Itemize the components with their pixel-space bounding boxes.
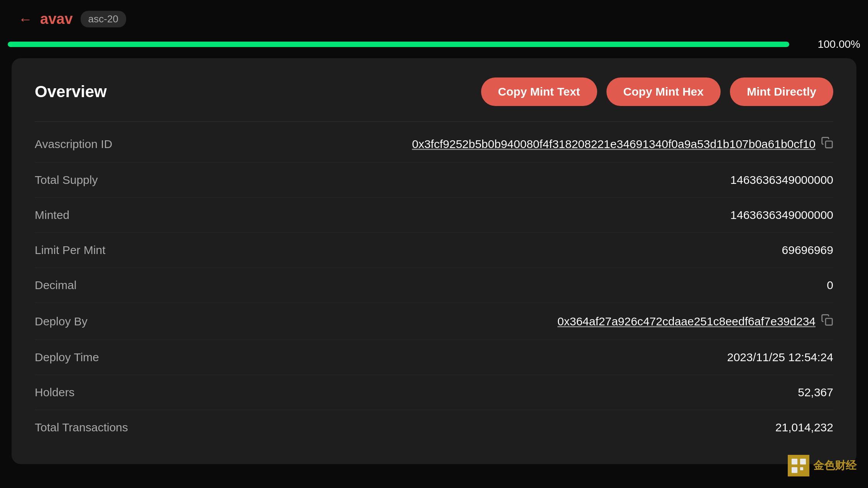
row-label: Deploy By (35, 315, 88, 328)
back-button[interactable]: ← (19, 12, 32, 26)
table-row: Avascription ID0x3fcf9252b5b0b940080f4f3… (35, 126, 833, 163)
overview-header: Overview Copy Mint Text Copy Mint Hex Mi… (35, 77, 833, 106)
row-value: 1463636349000000 (730, 173, 833, 187)
row-value: 0 (827, 279, 833, 292)
row-value-text: 0x3fcf9252b5b0b940080f4f318208221e346913… (412, 138, 816, 151)
row-label: Limit Per Mint (35, 244, 105, 257)
row-label: Minted (35, 209, 69, 222)
row-label: Deploy Time (35, 351, 99, 364)
table-row: Total Transactions21,014,232 (35, 410, 833, 445)
progress-label: 100.00% (799, 38, 860, 50)
row-value-text: 0 (827, 279, 833, 292)
progress-fill (8, 42, 789, 47)
table-row: Minted1463636349000000 (35, 198, 833, 233)
row-value: 21,014,232 (775, 421, 833, 434)
svg-rect-5 (800, 467, 803, 470)
row-value: 1463636349000000 (730, 209, 833, 222)
copy-icon[interactable] (821, 314, 833, 329)
data-rows-container: Avascription ID0x3fcf9252b5b0b940080f4f3… (35, 126, 833, 445)
watermark-label: 金色财经 (813, 458, 856, 473)
row-value-text: 52,367 (798, 386, 833, 399)
row-value-text: 2023/11/25 12:54:24 (727, 351, 833, 364)
row-label: Holders (35, 386, 74, 399)
row-label: Total Transactions (35, 421, 128, 434)
row-label: Decimal (35, 279, 76, 292)
row-value: 2023/11/25 12:54:24 (727, 351, 833, 364)
table-row: Decimal0 (35, 268, 833, 303)
row-value[interactable]: 0x364af27a926c472cdaae251c8eedf6af7e39d2… (557, 314, 833, 329)
svg-rect-2 (792, 459, 797, 464)
svg-rect-1 (826, 318, 832, 325)
table-row: Holders52,367 (35, 375, 833, 410)
main-card: Overview Copy Mint Text Copy Mint Hex Mi… (12, 58, 856, 464)
header: ← avav asc-20 (0, 0, 868, 38)
action-buttons: Copy Mint Text Copy Mint Hex Mint Direct… (481, 77, 833, 106)
progress-bar-container: 100.00% (0, 38, 868, 50)
row-label: Avascription ID (35, 138, 112, 151)
table-row: Deploy By0x364af27a926c472cdaae251c8eedf… (35, 303, 833, 340)
row-value-text: 21,014,232 (775, 421, 833, 434)
copy-mint-text-button[interactable]: Copy Mint Text (481, 77, 597, 106)
row-value-text: 69696969 (782, 244, 833, 257)
table-row: Deploy Time2023/11/25 12:54:24 (35, 340, 833, 375)
mint-directly-button[interactable]: Mint Directly (730, 77, 833, 106)
divider (35, 121, 833, 122)
row-value: 69696969 (782, 244, 833, 257)
table-row: Limit Per Mint69696969 (35, 233, 833, 268)
row-value: 52,367 (798, 386, 833, 399)
svg-rect-4 (800, 459, 806, 464)
row-value[interactable]: 0x3fcf9252b5b0b940080f4f318208221e346913… (412, 136, 833, 151)
row-value-text: 1463636349000000 (730, 173, 833, 187)
row-value-text: 1463636349000000 (730, 209, 833, 222)
copy-mint-hex-button[interactable]: Copy Mint Hex (606, 77, 721, 106)
progress-track (8, 42, 789, 47)
table-row: Total Supply1463636349000000 (35, 163, 833, 198)
svg-rect-3 (792, 467, 797, 473)
svg-rect-0 (826, 141, 832, 148)
app-title: avav (40, 11, 73, 27)
watermark-icon (788, 455, 809, 476)
row-value-text: 0x364af27a926c472cdaae251c8eedf6af7e39d2… (557, 315, 816, 328)
row-label: Total Supply (35, 173, 98, 187)
overview-title: Overview (35, 82, 107, 101)
copy-icon[interactable] (821, 136, 833, 151)
badge: asc-20 (81, 11, 126, 27)
watermark: 金色财经 (788, 455, 856, 476)
